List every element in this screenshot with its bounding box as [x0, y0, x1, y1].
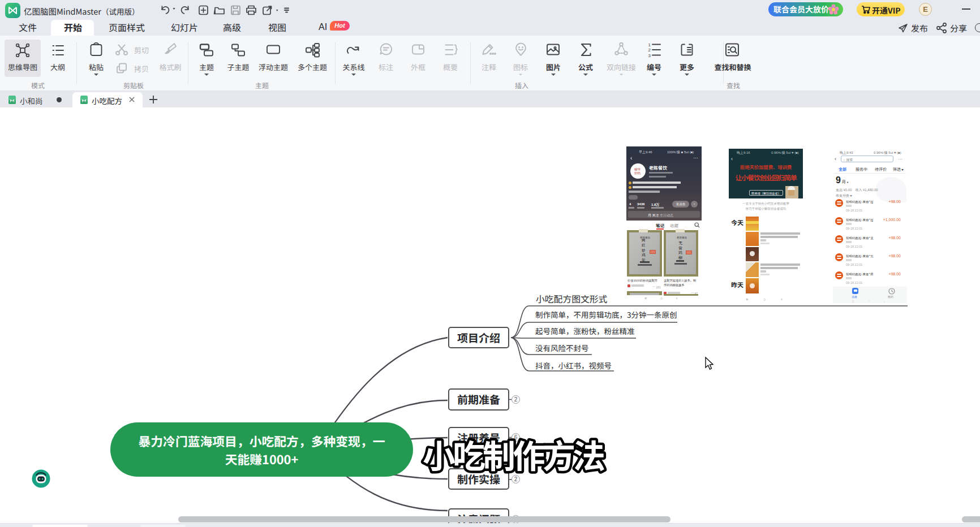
svg-text:小吃制作方法: 小吃制作方法	[423, 430, 604, 478]
